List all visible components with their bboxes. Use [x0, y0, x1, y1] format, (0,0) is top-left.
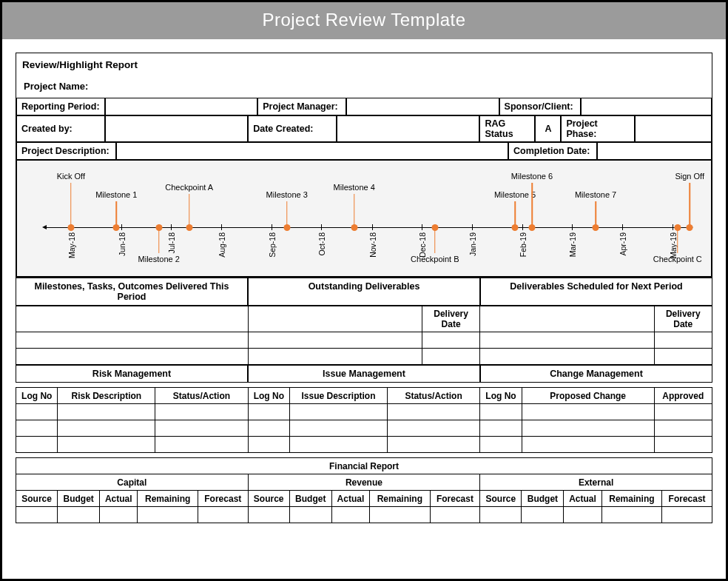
financial-report-header: Financial Report: [16, 458, 712, 474]
page-frame: Project Review Template Review/Highlight…: [0, 0, 728, 581]
header-section: Review/Highlight Report Project Name: Re…: [16, 53, 712, 278]
risk-mgmt-header: Risk Management: [16, 365, 248, 383]
milestone-label: Kick Off: [57, 172, 85, 181]
delivered-this-period-header: Milestones, Tasks, Outcomes Delivered Th…: [16, 278, 248, 306]
milestone-label: Milestone 6: [511, 172, 553, 181]
timeline-chart: May-18Jun-18Jul-18Aug-18Sep-18Oct-18Nov-…: [16, 160, 712, 277]
axis-tick-label: Jan-19: [468, 232, 477, 256]
reporting-period-label: Reporting Period:: [16, 98, 105, 115]
title-bar: Project Review Template: [2, 2, 726, 39]
milestone-label: Milestone 5: [494, 190, 536, 199]
management-table: Log No Risk Description Status/Action Lo…: [16, 387, 712, 453]
deliverables-headers: Milestones, Tasks, Outcomes Delivered Th…: [16, 278, 712, 306]
project-name-label: Project Name:: [16, 72, 712, 98]
content-area: Review/Highlight Report Project Name: Re…: [2, 39, 726, 534]
rag-status-label: RAG Status: [479, 115, 535, 142]
deliverables-table: Delivery Date Delivery Date: [16, 306, 712, 365]
axis-tick: [422, 224, 422, 230]
axis-tick: [622, 224, 623, 230]
axis-tick-label: Sep-18: [268, 232, 277, 258]
date-created-label: Date Created:: [248, 115, 337, 142]
milestone-label: Milestone 7: [575, 190, 616, 199]
axis-tick: [673, 224, 673, 230]
axis-tick-label: Aug-18: [218, 232, 226, 258]
milestone-stick: [354, 194, 355, 227]
created-by-label: Created by:: [16, 115, 105, 142]
completion-date-value[interactable]: [597, 142, 712, 160]
axis-tick-label: Apr-19: [619, 232, 627, 256]
next-period-header: Deliverables Scheduled for Next Period: [480, 278, 712, 306]
milestone-label: Milestone 2: [138, 255, 180, 263]
milestone-stick: [689, 183, 690, 227]
management-headers: Risk Management Issue Management Change …: [16, 365, 712, 383]
milestone-stick: [434, 227, 436, 253]
axis-tick: [221, 224, 222, 230]
delivery-date-header-2: Delivery Date: [654, 306, 712, 332]
milestone-stick: [286, 201, 288, 227]
delivery-date-header-1: Delivery Date: [422, 306, 479, 332]
sponsor-client-label: Sponsor/Client:: [499, 98, 581, 115]
axis-tick: [321, 224, 322, 230]
reporting-period-value[interactable]: [105, 98, 257, 115]
project-phase-label: Project Phase:: [561, 115, 635, 142]
milestone-stick: [595, 201, 596, 227]
axis-tick-label: Dec-18: [418, 232, 427, 258]
axis-tick: [372, 224, 373, 230]
axis-tick-label: Jun-18: [118, 232, 127, 256]
axis-tick-label: Nov-18: [368, 232, 377, 258]
axis-tick-label: May-18: [67, 232, 76, 258]
milestone-label: Sign Off: [675, 172, 704, 181]
axis-tick: [472, 224, 473, 230]
axis-tick: [121, 224, 122, 230]
axis-tick: [572, 224, 573, 230]
milestone-label: Checkpoint B: [411, 255, 459, 263]
completion-date-label: Completion Date:: [508, 142, 597, 160]
milestone-label: Milestone 1: [95, 190, 137, 199]
axis-tick: [171, 224, 172, 230]
milestone-label: Checkpoint A: [165, 183, 213, 192]
project-phase-value[interactable]: [635, 115, 712, 142]
milestone-stick: [70, 183, 72, 227]
issue-mgmt-header: Issue Management: [248, 365, 480, 383]
date-created-value[interactable]: [337, 115, 479, 142]
outstanding-deliverables-header: Outstanding Deliverables: [248, 278, 480, 306]
axis-tick-label: Oct-18: [317, 232, 326, 256]
milestone-stick: [677, 227, 678, 253]
project-description-label: Project Description:: [16, 142, 116, 160]
milestone-stick: [531, 183, 533, 227]
rag-status-value[interactable]: A: [535, 115, 561, 142]
axis-tick-label: Jul-18: [167, 232, 176, 254]
sponsor-client-value[interactable]: [581, 98, 712, 115]
axis-tick: [272, 224, 272, 230]
milestone-label: Checkpoint C: [653, 255, 702, 263]
milestone-label: Milestone 3: [266, 190, 308, 199]
financial-table: Financial Report Capital Revenue Externa…: [16, 457, 712, 523]
milestone-stick: [158, 227, 160, 253]
milestone-label: Milestone 4: [334, 183, 375, 192]
project-manager-label: Project Manager:: [257, 98, 346, 115]
change-mgmt-header: Change Management: [480, 365, 712, 383]
project-description-value[interactable]: [116, 142, 508, 160]
axis-tick-label: Feb-19: [519, 232, 528, 257]
milestone-stick: [514, 201, 516, 227]
milestone-stick: [189, 194, 190, 227]
project-manager-value[interactable]: [346, 98, 499, 115]
created-by-value[interactable]: [105, 115, 248, 142]
report-title: Review/Highlight Report: [16, 53, 712, 72]
axis-tick: [522, 224, 523, 230]
axis-tick-label: Mar-19: [568, 232, 577, 257]
milestone-stick: [116, 201, 118, 227]
